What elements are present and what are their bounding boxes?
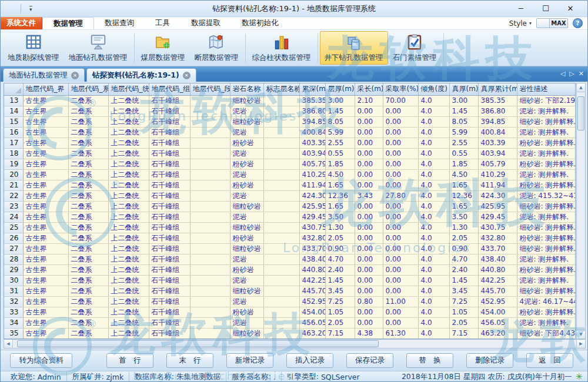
- row-number-cell[interactable]: 35: [4, 328, 23, 339]
- table-cell[interactable]: 0.00: [355, 275, 383, 286]
- table-cell[interactable]: 400.84: [478, 127, 517, 138]
- table-cell[interactable]: 石千峰组: [149, 95, 190, 106]
- table-cell[interactable]: 0.00: [383, 222, 418, 233]
- table-cell[interactable]: 405.79: [299, 159, 325, 169]
- table-cell[interactable]: 细砂岩: 下部2.19米: [517, 95, 576, 106]
- row-number-cell[interactable]: 14: [4, 106, 23, 116]
- table-cell[interactable]: 440.80: [299, 264, 325, 275]
- vertical-scroll-thumb[interactable]: [577, 96, 584, 130]
- table-cell[interactable]: 石千峰组: [149, 328, 190, 339]
- row-number-cell[interactable]: 21: [4, 180, 23, 190]
- table-cell[interactable]: 445.70: [299, 286, 325, 296]
- table-cell[interactable]: 0.00: [383, 106, 418, 116]
- table-cell[interactable]: 8.05: [449, 116, 478, 127]
- table-cell[interactable]: 上二叠统: [108, 201, 149, 212]
- table-cell[interactable]: 400.84: [299, 127, 325, 138]
- table-cell[interactable]: 4.0: [418, 169, 449, 180]
- table-cell[interactable]: 424.30: [478, 190, 517, 201]
- table-cell[interactable]: 4.0: [418, 116, 449, 127]
- table-cell[interactable]: 石千峰组: [149, 106, 190, 116]
- table-cell[interactable]: 石千峰组: [149, 222, 190, 233]
- table-cell[interactable]: 二叠系: [68, 201, 108, 212]
- table-cell[interactable]: 泥岩: [230, 254, 263, 264]
- tab-list-close-icon[interactable]: ✕: [579, 70, 584, 78]
- table-cell[interactable]: 泥岩: [230, 169, 263, 180]
- table-cell[interactable]: 古生界: [23, 222, 68, 233]
- column-header[interactable]: 倾角(度): [418, 83, 449, 95]
- table-cell[interactable]: 3.45: [325, 286, 355, 296]
- row-number-cell[interactable]: 34: [4, 317, 23, 328]
- toolbar-button-coal-seam[interactable]: 煤层数据管理: [136, 31, 190, 65]
- table-cell[interactable]: 5.99: [325, 127, 355, 138]
- table-cell[interactable]: 411.94: [478, 180, 517, 190]
- table-cell[interactable]: 2.10: [355, 95, 383, 106]
- table-cell[interactable]: 0.00: [383, 138, 418, 148]
- table-row[interactable]: 18古生界二叠系上二叠统石千峰组泥岩403.940.550.000.004.00…: [4, 148, 576, 159]
- table-cell[interactable]: 4.38: [355, 328, 383, 339]
- table-cell[interactable]: 0.55: [449, 148, 478, 159]
- table-cell[interactable]: 粉砂岩: 测井解释.: [517, 159, 576, 169]
- table-cell[interactable]: 1.85: [325, 159, 355, 169]
- table-cell[interactable]: [190, 127, 230, 138]
- table-cell[interactable]: 二叠系: [68, 275, 108, 286]
- column-header[interactable]: 岩性描述: [517, 83, 576, 95]
- table-cell[interactable]: 二叠系: [68, 264, 108, 275]
- table-cell[interactable]: 403.94: [299, 148, 325, 159]
- table-cell[interactable]: 上二叠统: [108, 148, 149, 159]
- table-cell[interactable]: 0.00: [383, 307, 418, 317]
- table-row[interactable]: 33古生界二叠系上二叠统石千峰组粉砂岩454.001.050.000.004.0…: [4, 307, 576, 317]
- table-cell[interactable]: 粉砂岩: 测井解释.: [517, 233, 576, 243]
- table-cell[interactable]: 0.00: [355, 307, 383, 317]
- table-cell[interactable]: 粉砂岩: [230, 159, 263, 169]
- table-row[interactable]: 17古生界二叠系上二叠统石千峰组粉砂岩403.392.550.000.004.0…: [4, 138, 576, 148]
- table-cell[interactable]: 粉砂岩: [230, 307, 263, 317]
- table-cell[interactable]: 上二叠统: [108, 169, 149, 180]
- tab-drilling-data[interactable]: 钻探资料(钻孔名称:19-1) ✕: [86, 68, 196, 82]
- table-cell[interactable]: [263, 201, 299, 212]
- convert-composite-button[interactable]: 转为综合资料: [10, 353, 72, 368]
- toolbar-button-rock-gate-sketch[interactable]: 石门素描管理: [388, 31, 442, 65]
- table-cell[interactable]: 445.70: [478, 286, 517, 296]
- table-row[interactable]: 32古生界二叠系上二叠统石千峰组泥岩452.957.250.8011.004.0…: [4, 296, 576, 307]
- table-cell[interactable]: 泥岩: [230, 148, 263, 159]
- table-cell[interactable]: 4.0: [418, 212, 449, 222]
- table-row[interactable]: 27古生界二叠系上二叠统石千峰组细粒砂岩433.700.900.000.004.…: [4, 243, 576, 254]
- table-cell[interactable]: 4.0: [418, 201, 449, 212]
- table-cell[interactable]: 二叠系: [68, 127, 108, 138]
- table-cell[interactable]: 石千峰组: [149, 190, 190, 201]
- table-cell[interactable]: 433.70: [299, 243, 325, 254]
- table-cell[interactable]: 0.00: [383, 180, 418, 190]
- table-cell[interactable]: 442.25: [478, 275, 517, 286]
- table-cell[interactable]: 石千峰组: [149, 138, 190, 148]
- table-cell[interactable]: 4.0: [418, 180, 449, 190]
- table-cell[interactable]: 细砂岩: 测井解释.: [517, 201, 576, 212]
- table-cell[interactable]: 细砂岩: 测井解释.: [517, 222, 576, 233]
- table-cell[interactable]: 上二叠统: [108, 264, 149, 275]
- toolbar-button-surface-borehole[interactable]: 地面钻孔数据管理: [64, 31, 132, 65]
- table-cell[interactable]: 细粒砂岩: [230, 116, 263, 127]
- menu-item-data-init[interactable]: 数据初始化: [231, 17, 289, 29]
- table-cell[interactable]: 4.0: [418, 148, 449, 159]
- table-cell[interactable]: 上二叠统: [108, 116, 149, 127]
- table-cell[interactable]: [190, 317, 230, 328]
- table-cell[interactable]: 古生界: [23, 138, 68, 148]
- table-cell[interactable]: 古生界: [23, 159, 68, 169]
- table-cell[interactable]: 4.0: [418, 106, 449, 116]
- column-header[interactable]: 累深(m): [299, 83, 325, 95]
- table-cell[interactable]: 泥岩: 测井解释.: [517, 212, 576, 222]
- table-cell[interactable]: 上二叠统: [108, 286, 149, 296]
- table-cell[interactable]: 0.00: [383, 243, 418, 254]
- table-cell[interactable]: [263, 243, 299, 254]
- row-number-cell[interactable]: 27: [4, 243, 23, 254]
- table-cell[interactable]: 411.94: [299, 180, 325, 190]
- table-cell[interactable]: [263, 222, 299, 233]
- max-toggle[interactable]: MAX: [536, 18, 568, 28]
- table-cell[interactable]: 石千峰组: [149, 180, 190, 190]
- table-cell[interactable]: [263, 233, 299, 243]
- table-cell[interactable]: 细粒砂岩: [230, 286, 263, 296]
- tab-close-icon[interactable]: ✕: [183, 72, 191, 79]
- table-row[interactable]: 24古生界二叠系上二叠统石千峰组泥岩429.453.500.000.004.03…: [4, 212, 576, 222]
- table-cell[interactable]: 泥岩: [230, 212, 263, 222]
- table-cell[interactable]: [263, 148, 299, 159]
- row-number-cell[interactable]: 20: [4, 169, 23, 180]
